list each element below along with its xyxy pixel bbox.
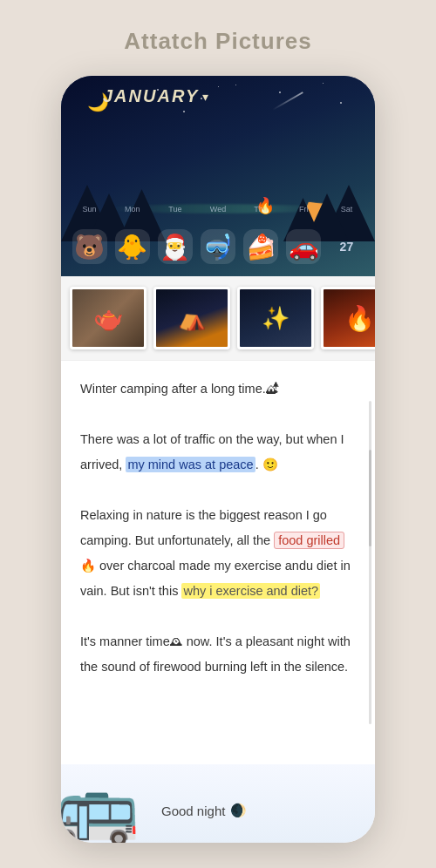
emoji-calendar-row: 🐻 🐥 🎅 🤿 🍰 🚗 27 xyxy=(61,229,375,264)
month-header[interactable]: JANUARY ▾ xyxy=(103,86,208,106)
highlight-exercise: why i exercise and diet? xyxy=(181,583,320,599)
photo-mug[interactable] xyxy=(70,287,146,349)
van-icon: 🚌 xyxy=(61,773,140,843)
photo-fire[interactable] xyxy=(321,287,375,349)
highlight-peace: my mind was at peace xyxy=(126,457,255,472)
highlight-food: food grilled xyxy=(274,532,344,549)
day-wed: Wed xyxy=(202,205,234,214)
phone-mockup: 🌙 JANUARY ▾ 🔥 ⛺ Sun Mon Tue Wed Thu Fri xyxy=(61,76,375,843)
scroll-thumb xyxy=(369,450,371,546)
line-2: There was a lot of traffic on the way, b… xyxy=(80,427,356,478)
emoji-snorkel[interactable]: 🤿 xyxy=(201,229,235,264)
scroll-bar xyxy=(369,401,371,723)
day-tue: Tue xyxy=(160,205,191,214)
photo-tent-night[interactable] xyxy=(153,287,230,349)
calendar-header: 🌙 JANUARY ▾ 🔥 ⛺ Sun Mon Tue Wed Thu Fri xyxy=(61,76,375,276)
calendar-number[interactable]: 27 xyxy=(329,229,364,264)
month-name: JANUARY xyxy=(103,86,199,106)
page-title: Attatch Pictures xyxy=(124,28,311,55)
emoji-car[interactable]: 🚗 xyxy=(286,229,321,264)
emoji-chick[interactable]: 🐥 xyxy=(115,229,150,264)
emoji-santa[interactable]: 🎅 xyxy=(158,229,193,264)
good-night-label: Good night 🌒 xyxy=(161,803,247,818)
photo-gathering[interactable] xyxy=(237,287,314,349)
day-sun: Sun xyxy=(74,205,106,214)
emoji-bear[interactable]: 🐻 xyxy=(72,229,107,264)
emoji-cake[interactable]: 🍰 xyxy=(243,229,278,264)
day-fri: Fri xyxy=(288,205,319,214)
photos-strip[interactable] xyxy=(61,276,375,361)
line-1: Winter camping after a long time.🏕 xyxy=(80,376,356,402)
line-3: Relaxing in nature is the biggest reason… xyxy=(80,503,356,604)
calendar-days-row: Sun Mon Tue Wed Thu Fri Sat xyxy=(61,205,375,214)
moon-emoji: 🌒 xyxy=(230,803,247,818)
month-chevron-icon: ▾ xyxy=(202,90,208,104)
day-mon: Mon xyxy=(117,205,148,214)
bottom-illustration: 🚌 Good night 🌒 xyxy=(61,764,375,843)
content-area[interactable]: Winter camping after a long time.🏕 There… xyxy=(61,361,375,764)
day-sat: Sat xyxy=(330,205,362,214)
journal-text: Winter camping after a long time.🏕 There… xyxy=(80,376,356,680)
line-4: It's manner time🕰 now. It's a pleasant n… xyxy=(80,629,356,680)
day-thu: Thu xyxy=(245,205,276,214)
